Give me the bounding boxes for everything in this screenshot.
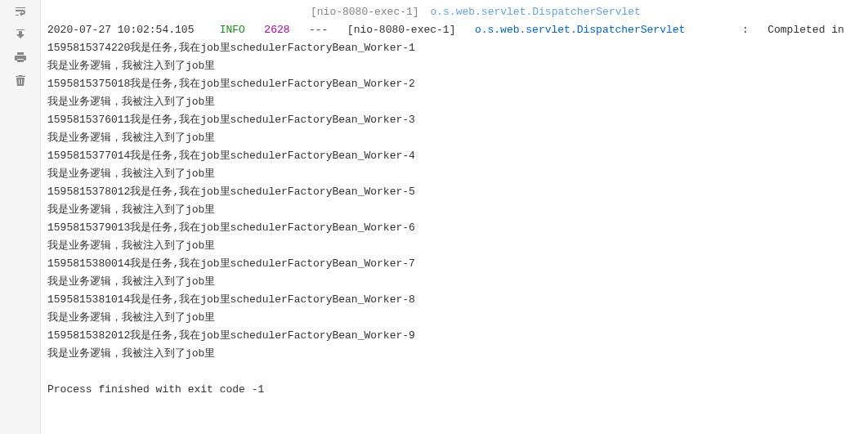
biz-message: 我是业务逻辑，我被注入到了job里 — [47, 96, 215, 108]
log-line-task: 1595815378012我是任务,我在job里schedulerFactory… — [47, 183, 861, 201]
task-message: 1595815376011我是任务,我在job里schedulerFactory… — [47, 114, 415, 126]
log-dashes: --- — [309, 24, 328, 36]
log-line-biz: 我是业务逻辑，我被注入到了job里 — [47, 201, 861, 219]
log-line-biz: 我是业务逻辑，我被注入到了job里 — [47, 273, 861, 291]
log-line-task: 1595815380014我是任务,我在job里schedulerFactory… — [47, 255, 861, 273]
biz-message: 我是业务逻辑，我被注入到了job里 — [47, 275, 215, 288]
log-colon: : — [742, 24, 749, 36]
print-icon[interactable] — [14, 51, 27, 64]
biz-message: 我是业务逻辑，我被注入到了job里 — [47, 204, 215, 216]
biz-message: 我是业务逻辑，我被注入到了job里 — [47, 239, 215, 252]
biz-message: 我是业务逻辑，我被注入到了job里 — [47, 168, 215, 180]
clear-icon[interactable] — [14, 74, 27, 87]
log-line-biz: 我是业务逻辑，我被注入到了job里 — [47, 309, 861, 327]
biz-message: 我是业务逻辑，我被注入到了job里 — [47, 347, 215, 360]
log-line-biz: 我是业务逻辑，我被注入到了job里 — [47, 165, 861, 183]
task-message: 1595815380014我是任务,我在job里schedulerFactory… — [47, 257, 415, 270]
scroll-to-end-icon[interactable] — [14, 28, 27, 41]
process-exit-line: Process finished with exit code -1 — [47, 381, 861, 399]
log-line-task: 1595815374220我是任务,我在job里schedulerFactory… — [47, 39, 861, 57]
log-line-biz: 我是业务逻辑，我被注入到了job里 — [47, 345, 861, 363]
log-line-task: 1595815382012我是任务,我在job里schedulerFactory… — [47, 327, 861, 345]
biz-message: 我是业务逻辑，我被注入到了job里 — [47, 132, 215, 144]
log-line-biz: 我是业务逻辑，我被注入到了job里 — [47, 57, 861, 75]
task-message: 1595815375018我是任务,我在job里schedulerFactory… — [47, 78, 415, 90]
log-line-task: 1595815376011我是任务,我在job里schedulerFactory… — [47, 111, 861, 129]
log-line-task: 1595815377014我是任务,我在job里schedulerFactory… — [47, 147, 861, 165]
soft-wrap-icon[interactable] — [14, 5, 27, 18]
task-message: 1595815374220我是任务,我在job里schedulerFactory… — [47, 42, 415, 54]
console-output[interactable]: [nio-8080-exec-1] o.s.web.servlet.Dispat… — [41, 0, 868, 434]
console-gutter — [0, 0, 41, 434]
task-message: 1595815381014我是任务,我在job里schedulerFactory… — [47, 293, 415, 306]
task-message: 1595815382012我是任务,我在job里schedulerFactory… — [47, 329, 415, 342]
log-pid: 2628 — [264, 24, 289, 36]
log-timestamp: 2020-07-27 10:02:54.105 — [47, 24, 194, 36]
task-message: 1595815377014我是任务,我在job里schedulerFactory… — [47, 150, 415, 162]
log-line-task: 1595815381014我是任务,我在job里schedulerFactory… — [47, 291, 861, 309]
log-line-biz: 我是业务逻辑，我被注入到了job里 — [47, 237, 861, 255]
thread-name: [nio-8080-exec-1] — [311, 6, 419, 18]
task-message: 1595815378012我是任务,我在job里schedulerFactory… — [47, 186, 415, 198]
biz-message: 我是业务逻辑，我被注入到了job里 — [47, 311, 215, 324]
log-line-task: 1595815379013我是任务,我在job里schedulerFactory… — [47, 219, 861, 237]
log-line-header: 2020-07-27 10:02:54.105 INFO 2628 --- [n… — [47, 21, 861, 39]
log-message: Completed in — [767, 24, 844, 36]
logger-name: o.s.web.servlet.DispatcherServlet — [430, 6, 640, 18]
log-line-partial-top: [nio-8080-exec-1] o.s.web.servlet.Dispat… — [47, 3, 861, 21]
log-line-task: 1595815375018我是任务,我在job里schedulerFactory… — [47, 75, 861, 93]
thread-name: [nio-8080-exec-1] — [347, 24, 456, 36]
blank-line — [47, 363, 861, 381]
log-level: INFO — [220, 24, 245, 36]
log-line-biz: 我是业务逻辑，我被注入到了job里 — [47, 129, 861, 147]
log-line-biz: 我是业务逻辑，我被注入到了job里 — [47, 93, 861, 111]
biz-message: 我是业务逻辑，我被注入到了job里 — [47, 60, 215, 72]
logger-name: o.s.web.servlet.DispatcherServlet — [475, 24, 685, 36]
task-message: 1595815379013我是任务,我在job里schedulerFactory… — [47, 221, 415, 234]
